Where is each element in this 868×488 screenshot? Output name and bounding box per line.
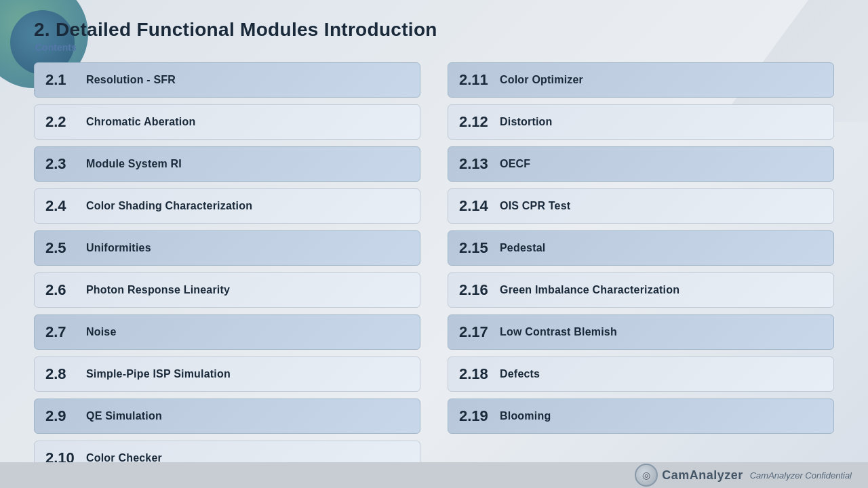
right-item-2-14[interactable]: 2.14OIS CPR Test	[448, 188, 834, 224]
item-number: 2.9	[45, 407, 81, 425]
item-label: Low Contrast Blemish	[500, 326, 617, 338]
brand-name: CamAnalyzer	[662, 468, 743, 483]
main-content: 2. Detailed Functional Modules Introduct…	[0, 0, 868, 462]
item-label: Simple-Pipe ISP Simulation	[86, 368, 231, 380]
item-label: QE Simulation	[86, 410, 162, 422]
item-label: Green Imbalance Characterization	[500, 284, 679, 296]
right-item-2-16[interactable]: 2.16Green Imbalance Characterization	[448, 272, 834, 308]
right-item-2-13[interactable]: 2.13OECF	[448, 146, 834, 182]
item-number: 2.8	[45, 365, 81, 383]
item-number: 2.5	[45, 239, 81, 257]
item-number: 2.16	[459, 281, 494, 299]
item-number: 2.13	[459, 155, 494, 173]
item-label: Resolution - SFR	[86, 74, 176, 86]
item-number: 2.7	[45, 323, 81, 341]
item-number: 2.11	[459, 71, 494, 89]
right-item-2-11[interactable]: 2.11Color Optimizer	[448, 62, 834, 98]
left-item-2-2[interactable]: 2.2Chromatic Aberation	[34, 104, 420, 140]
item-label: Pedestal	[500, 242, 545, 254]
confidential-text: CamAnalyzer Confidential	[750, 470, 852, 481]
left-item-2-8[interactable]: 2.8Simple-Pipe ISP Simulation	[34, 357, 420, 392]
right-item-2-15[interactable]: 2.15Pedestal	[448, 230, 834, 266]
left-item-2-4[interactable]: 2.4Color Shading Characterization	[34, 188, 420, 224]
item-number: 2.6	[45, 281, 81, 299]
cam-logo: ◎ CamAnalyzer	[635, 464, 743, 487]
modules-grid: 2.1Resolution - SFR2.11Color Optimizer2.…	[34, 62, 834, 476]
item-number: 2.2	[45, 113, 81, 131]
item-label: Noise	[86, 326, 117, 338]
item-number: 2.15	[459, 239, 494, 257]
page-title: 2. Detailed Functional Modules Introduct…	[34, 19, 834, 41]
left-item-2-9[interactable]: 2.9QE Simulation	[34, 399, 420, 434]
item-label: Color Optimizer	[500, 74, 583, 86]
item-label: Module System RI	[86, 158, 182, 170]
item-label: OIS CPR Test	[500, 200, 570, 212]
cam-logo-icon: ◎	[635, 464, 658, 487]
item-label: Blooming	[500, 410, 551, 422]
item-label: OECF	[500, 158, 530, 170]
item-number: 2.1	[45, 71, 81, 89]
right-item-2-17[interactable]: 2.17Low Contrast Blemish	[448, 314, 834, 350]
item-number: 2.12	[459, 113, 494, 131]
right-item-2-19[interactable]: 2.19Blooming	[448, 399, 834, 434]
page-header: 2. Detailed Functional Modules Introduct…	[34, 19, 834, 53]
item-number: 2.18	[459, 365, 494, 383]
right-item-2-12[interactable]: 2.12Distortion	[448, 104, 834, 140]
item-label: Defects	[500, 368, 540, 380]
item-number: 2.4	[45, 197, 81, 215]
page-subtitle: Contents	[35, 42, 834, 53]
item-number: 2.17	[459, 323, 494, 341]
left-item-2-1[interactable]: 2.1Resolution - SFR	[34, 62, 420, 98]
item-label: Photon Response Linearity	[86, 284, 230, 296]
item-label: Distortion	[500, 116, 553, 128]
item-label: Chromatic Aberation	[86, 116, 195, 128]
item-number: 2.3	[45, 155, 81, 173]
left-item-2-6[interactable]: 2.6Photon Response Linearity	[34, 272, 420, 308]
item-label: Color Shading Characterization	[86, 200, 252, 212]
confidential-bar: ◎ CamAnalyzer CamAnalyzer Confidential	[0, 462, 868, 488]
left-item-2-7[interactable]: 2.7Noise	[34, 314, 420, 350]
item-number: 2.14	[459, 197, 494, 215]
left-item-2-3[interactable]: 2.3Module System RI	[34, 146, 420, 182]
left-item-2-5[interactable]: 2.5Uniformities	[34, 230, 420, 266]
right-item-2-18[interactable]: 2.18Defects	[448, 357, 834, 392]
item-label: Uniformities	[86, 242, 151, 254]
item-number: 2.19	[459, 407, 494, 425]
